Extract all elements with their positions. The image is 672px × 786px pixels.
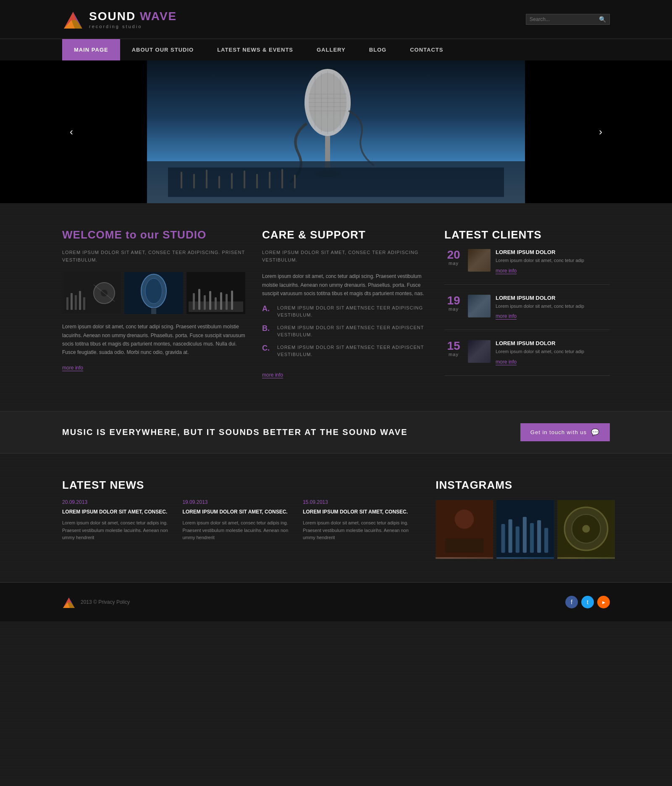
client-day-3: 15	[444, 340, 463, 352]
hero-image	[147, 60, 525, 203]
welcome-thumb-3	[186, 272, 245, 314]
search-bar[interactable]: 🔍	[526, 14, 610, 25]
client-desc-3: Lorem ipsum dolor sit amet, conc tetur a…	[496, 348, 584, 355]
footer-logo-icon	[62, 595, 76, 609]
client-name-2: LOREM IPSUM DOLOR	[496, 295, 584, 301]
list-text-b: LOREM IPSUM DOLOR SIT AMETNSEC TEER ADIP…	[277, 324, 428, 338]
care-more-info[interactable]: more info	[262, 372, 283, 378]
nav-item-about[interactable]: ABOUT OUR STUDIO	[120, 39, 205, 60]
hero-slider: ‹	[0, 60, 672, 203]
client-info-3: LOREM IPSUM DOLOR Lorem ipsum dolor sit …	[496, 340, 584, 365]
twitter-icon[interactable]: t	[581, 596, 594, 608]
client-info-2: LOREM IPSUM DOLOR Lorem ipsum dolor sit …	[496, 295, 584, 320]
news-section: LATEST NEWS 20.09.2013 LOREM IPSUM DOLOR…	[62, 479, 410, 558]
nav-item-blog[interactable]: BLOG	[357, 39, 399, 60]
nav-item-contacts[interactable]: CONTACTS	[398, 39, 455, 60]
svg-rect-32	[71, 293, 73, 310]
svg-rect-35	[83, 297, 85, 310]
insta-section: INSTAGRAMS	[436, 479, 610, 558]
news-item-1: 20.09.2013 LOREM IPSUM DOLOR SIT AMET, C…	[62, 499, 170, 542]
banner-button[interactable]: Get in touch with us 💬	[520, 423, 610, 441]
list-letter-a: A.	[262, 304, 272, 313]
svg-rect-49	[215, 297, 217, 310]
svg-rect-31	[66, 297, 68, 310]
client-link-1[interactable]: more info	[496, 268, 517, 274]
insta-thumb-1[interactable]	[436, 500, 493, 559]
svg-rect-23	[218, 176, 220, 189]
client-name-1: LOREM IPSUM DOLOR	[496, 249, 584, 255]
facebook-icon[interactable]: f	[565, 596, 578, 608]
client-desc-1: Lorem ipsum dolor sit amet, conc tetur a…	[496, 257, 584, 264]
svg-rect-51	[226, 294, 228, 310]
footer-copyright: 2013 © Privacy Policy	[81, 599, 130, 605]
rss-icon[interactable]: ▸	[597, 596, 610, 608]
svg-rect-25	[244, 170, 245, 189]
welcome-body: Lorem ipsum dolor sit amet, conc tetur a…	[62, 322, 245, 357]
clients-title: LATEST CLIENTS	[444, 228, 610, 241]
svg-rect-60	[523, 516, 527, 553]
nav-item-main-page[interactable]: MAIN PAGE	[62, 39, 120, 60]
svg-rect-58	[509, 519, 512, 553]
svg-rect-24	[231, 173, 233, 189]
svg-rect-20	[181, 172, 182, 189]
logo-icon	[62, 8, 84, 30]
svg-rect-47	[204, 295, 206, 310]
care-list-item-c: C. LOREM IPSUM DOLOR SIT AMETNSEC TEER A…	[262, 344, 428, 358]
svg-rect-57	[501, 524, 505, 553]
svg-rect-28	[281, 169, 283, 189]
nav-item-gallery[interactable]: GALLERY	[305, 39, 357, 60]
svg-rect-61	[530, 523, 534, 553]
client-row-1: 20 may LOREM IPSUM DOLOR Lorem ipsum dol…	[444, 249, 610, 285]
svg-rect-52	[231, 291, 233, 310]
footer: 2013 © Privacy Policy f t ▸	[0, 582, 672, 621]
svg-rect-48	[209, 291, 211, 310]
news-title-1: LOREM IPSUM DOLOR SIT AMET, CONSEC.	[62, 508, 170, 516]
client-month-3: may	[444, 352, 463, 357]
site-subtitle: recording studio	[89, 24, 177, 29]
client-month-1: may	[444, 261, 463, 266]
hero-arrow-right[interactable]: ›	[591, 123, 610, 141]
search-button[interactable]: 🔍	[599, 16, 606, 23]
client-link-2[interactable]: more info	[496, 313, 517, 320]
welcome-subtitle: LOREM IPSUM DOLOR SIT AMET, CONSEC TEER …	[62, 249, 245, 264]
welcome-images	[62, 272, 245, 314]
care-subtitle: LOREM IPSUM DOLOR SIT AMET, CONSEC TEER …	[262, 249, 428, 264]
client-name-3: LOREM IPSUM DOLOR	[496, 340, 584, 346]
hero-arrow-left[interactable]: ‹	[62, 123, 81, 141]
svg-rect-33	[75, 295, 77, 310]
care-list-item-a: A. LOREM IPSUM DOLOR SIT AMETNSEC TEER A…	[262, 304, 428, 318]
welcome-thumb-2	[124, 272, 183, 314]
svg-rect-46	[198, 289, 200, 310]
insta-thumb-3[interactable]	[557, 500, 615, 559]
logo-text: SOUND WAVE recording studio	[89, 10, 177, 29]
client-day-1: 20	[444, 249, 463, 261]
header: SOUND WAVE recording studio 🔍	[0, 0, 672, 39]
footer-left: 2013 © Privacy Policy	[62, 595, 130, 609]
search-input[interactable]	[530, 16, 599, 22]
svg-rect-45	[193, 293, 195, 310]
svg-rect-26	[256, 174, 258, 189]
news-item-3: 15.09.2013 LOREM IPSUM DOLOR SIT AMET, C…	[303, 499, 410, 542]
welcome-more-info[interactable]: more info	[62, 365, 83, 371]
care-section: CARE & SUPPORT LOREM IPSUM DOLOR SIT AME…	[262, 228, 428, 386]
client-avatar-1	[468, 249, 491, 272]
news-grid: 20.09.2013 LOREM IPSUM DOLOR SIT AMET, C…	[62, 499, 410, 542]
news-insta-section: LATEST NEWS 20.09.2013 LOREM IPSUM DOLOR…	[0, 453, 672, 583]
list-text-a: LOREM IPSUM DOLOR SIT AMETNSEC TEER ADIP…	[277, 304, 428, 318]
welcome-section: WELCOME to our STUDIO LOREM IPSUM DOLOR …	[62, 228, 245, 386]
care-body: Lorem ipsum dolor sit amet, conc tetur a…	[262, 272, 428, 298]
banner-text: MUSIC IS EVERYWHERE, BUT IT SOUNDS BETTE…	[62, 427, 407, 437]
insta-title: INSTAGRAMS	[436, 479, 610, 492]
news-item-2: 19.09.2013 LOREM IPSUM DOLOR SIT AMET, C…	[182, 499, 290, 542]
nav-item-news[interactable]: LATEST NEWS & EVENTS	[205, 39, 305, 60]
svg-rect-22	[206, 170, 207, 189]
news-body-3: Lorem ipsum dolor sit amet, consec tetur…	[303, 519, 410, 542]
insta-thumb-2[interactable]	[496, 500, 554, 559]
svg-rect-62	[537, 520, 541, 553]
svg-rect-34	[79, 291, 81, 310]
client-month-2: may	[444, 307, 463, 312]
client-info-1: LOREM IPSUM DOLOR Lorem ipsum dolor sit …	[496, 249, 584, 274]
client-link-3[interactable]: more info	[496, 359, 517, 365]
svg-rect-27	[269, 172, 270, 189]
client-date-3: 15 may	[444, 340, 463, 357]
